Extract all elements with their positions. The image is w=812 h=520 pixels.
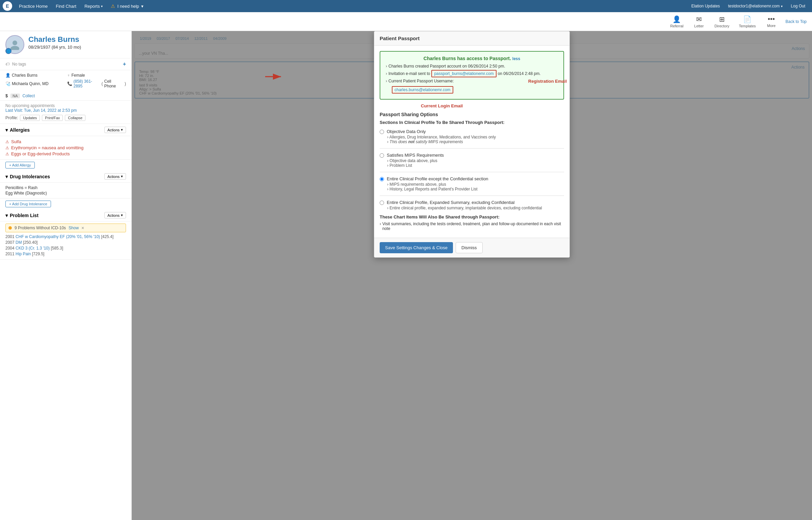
patient-phone: 📞 (858) 361-2895 ( Cell Phone ) xyxy=(67,79,126,88)
tag-icon: 🏷 xyxy=(5,62,9,67)
radio-option-entire-expanded: Entire Clinical Profile, Expanded Summar… xyxy=(380,200,564,210)
less-link[interactable]: less xyxy=(512,56,520,61)
radio-label-entire-expanded[interactable]: Entire Clinical Profile, Expanded Summar… xyxy=(380,200,564,205)
practice-home-nav[interactable]: Practice Home xyxy=(15,0,52,12)
no-tags-label: No tags xyxy=(12,62,26,67)
drug-intolerances-title: ▾ Drug Intolerances xyxy=(5,174,50,179)
drug-arrow: ▾ xyxy=(5,174,8,179)
icd-warning-banner: 9 Problems Without ICD-10s Show × xyxy=(5,224,126,232)
dropdown-caret: ▾ xyxy=(121,174,123,179)
referral-icon: 👤 xyxy=(673,15,681,23)
registration-email: passport_burns@elationemr.com xyxy=(431,70,496,77)
radio-label-entire-no-conf[interactable]: Entire Clinical Profile except the Confi… xyxy=(380,176,564,181)
allergies-title: ▾ Allergies xyxy=(5,127,30,133)
find-chart-nav[interactable]: Find Chart xyxy=(52,0,80,12)
allergy-warning-icon: ⚠ xyxy=(5,139,9,144)
passport-banner-title: Charles Burns has access to Passport. le… xyxy=(386,56,558,61)
entire-expanded-desc: › Entire clinical profile, expanded summ… xyxy=(387,206,564,210)
dropdown-caret: ▾ xyxy=(121,128,123,132)
elation-updates-nav[interactable]: Elation Updates xyxy=(687,4,724,8)
problem-list-content: 9 Problems Without ICD-10s Show × 2001 C… xyxy=(0,222,131,260)
provider-icon: 🩺 xyxy=(5,81,10,86)
icd-close-button[interactable]: × xyxy=(81,225,84,231)
patient-provider: 🩺 Michaela Quinn, MD xyxy=(5,79,65,88)
profile-label: Profile: xyxy=(5,115,18,120)
icd-warning-dot xyxy=(8,226,12,230)
templates-button[interactable]: 📄 Templates xyxy=(735,14,760,29)
directory-button[interactable]: ⊞ Directory xyxy=(710,14,733,29)
no-appointments-label: No upcoming appointments xyxy=(5,103,126,108)
globe-icon: 🌐 xyxy=(5,48,11,54)
right-navigation: Elation Updates testdoctor1@elationemr.c… xyxy=(687,4,809,8)
modal-footer: Save Settings Changes & Close Dismiss xyxy=(374,238,569,257)
patient-gender: ♀ Female xyxy=(67,73,126,78)
updates-button[interactable]: Updates xyxy=(20,115,40,121)
radio-entire-expanded[interactable] xyxy=(380,201,384,205)
svg-point-0 xyxy=(12,41,17,45)
templates-icon: 📄 xyxy=(743,15,752,23)
radio-label-objective[interactable]: Objective Data Only xyxy=(380,129,564,134)
dropdown-caret: ▾ xyxy=(121,213,123,217)
list-item: ⚠ Erythromycin = nausea and vomitting xyxy=(5,145,126,150)
billing-section: $ NA Collect xyxy=(0,91,131,101)
allergy-warning-icon: ⚠ xyxy=(5,152,9,156)
radio-objective[interactable] xyxy=(380,130,384,134)
save-settings-button[interactable]: Save Settings Changes & Close xyxy=(380,242,453,253)
user-menu-nav[interactable]: testdoctor1@elationemr.com ▾ xyxy=(724,4,787,8)
drug-actions-dropdown[interactable]: Actions ▾ xyxy=(104,173,126,180)
radio-option-entire-no-conf: Entire Clinical Profile except the Confi… xyxy=(380,176,564,191)
modal-title: Patient Passport xyxy=(380,35,420,41)
objective-desc: › Allergies, Drug Intolerance, Medicatio… xyxy=(387,135,564,144)
referral-button[interactable]: 👤 Referral xyxy=(666,14,687,29)
also-shared-item: › Visit summaries, including the tests o… xyxy=(380,222,564,231)
top-navigation: E Practice Home Find Chart Reports ▾ ⚠ I… xyxy=(0,0,812,12)
list-item: Egg White (Diagnostic) xyxy=(5,191,126,196)
person-icon: 👤 xyxy=(5,73,10,78)
profile-row: Profile: Updates Print/Fax Collapse xyxy=(5,115,126,121)
billing-code-badge: NA xyxy=(10,94,20,98)
directory-icon: ⊞ xyxy=(719,15,725,23)
collapse-button[interactable]: Collapse xyxy=(65,115,85,121)
sharing-title: Passport Sharing Options xyxy=(380,112,564,117)
patient-avatar: 🌐 xyxy=(5,35,24,54)
letter-button[interactable]: ✉ Letter xyxy=(689,14,709,29)
more-icon: ••• xyxy=(768,15,775,23)
icd-show-link[interactable]: Show xyxy=(69,226,79,230)
red-arrow-annotation xyxy=(263,72,284,83)
allergies-header: ▾ Allergies Actions ▾ xyxy=(0,124,131,136)
logout-nav[interactable]: Log Out xyxy=(787,4,809,8)
problem-actions-dropdown[interactable]: Actions ▾ xyxy=(104,212,126,218)
radio-mips[interactable] xyxy=(380,153,384,158)
add-tag-button[interactable]: + xyxy=(123,61,126,67)
add-drug-intolerance-button[interactable]: + Add Drug Intolerance xyxy=(5,201,51,207)
add-allergy-button[interactable]: + Add Allergy xyxy=(5,162,35,168)
allergy-warning-icon: ⚠ xyxy=(5,146,9,150)
patient-full-name: 👤 Charles Burns xyxy=(5,73,65,78)
reports-nav[interactable]: Reports ▾ xyxy=(80,0,107,12)
patient-dob: 08/29/1937 (84 yrs, 10 mo) xyxy=(28,45,81,50)
allergies-arrow: ▾ xyxy=(5,127,8,133)
allergies-actions-dropdown[interactable]: Actions ▾ xyxy=(104,127,126,133)
radio-label-mips[interactable]: Satisfies MIPS Requirements xyxy=(380,153,564,158)
svg-point-1 xyxy=(10,46,19,50)
radio-option-objective: Objective Data Only › Allergies, Drug In… xyxy=(380,129,564,144)
radio-entire-no-conf[interactable] xyxy=(380,177,384,181)
list-item: 2001 CHF w Cardiomyopathy EF (20% '01, 5… xyxy=(5,234,126,239)
dismiss-button[interactable]: Dismiss xyxy=(456,242,483,253)
passport-sharing-section: Passport Sharing Options Sections In Cli… xyxy=(380,112,564,210)
back-to-top-button[interactable]: Back to Top xyxy=(783,18,809,25)
more-button[interactable]: ••• More xyxy=(761,14,782,29)
i-need-help-nav[interactable]: ⚠ I need help ▾ xyxy=(107,0,147,12)
dollar-icon: $ xyxy=(5,93,8,98)
last-visit-link[interactable]: Last Visit: Tue, Jun 14, 2022 at 2:53 pm xyxy=(5,108,126,113)
entire-no-conf-desc: › MIPS requirements above, plus › Histor… xyxy=(387,182,564,191)
patient-details: 👤 Charles Burns ♀ Female 🩺 Michaela Quin… xyxy=(0,70,131,91)
left-sidebar: 🌐 Charles Burns 08/29/1937 (84 yrs, 10 m… xyxy=(0,31,132,520)
banner-item-3: › Current Patient Passport Username: cha… xyxy=(386,79,558,94)
list-item: 2007 DM [250.40] xyxy=(5,240,126,245)
letter-icon: ✉ xyxy=(696,15,702,23)
warning-icon: ⚠ xyxy=(111,3,115,9)
print-fax-button[interactable]: Print/Fax xyxy=(42,115,63,121)
collect-button[interactable]: Collect xyxy=(23,94,35,98)
banner-item-1: › Charles Burns created Passport account… xyxy=(386,64,558,69)
